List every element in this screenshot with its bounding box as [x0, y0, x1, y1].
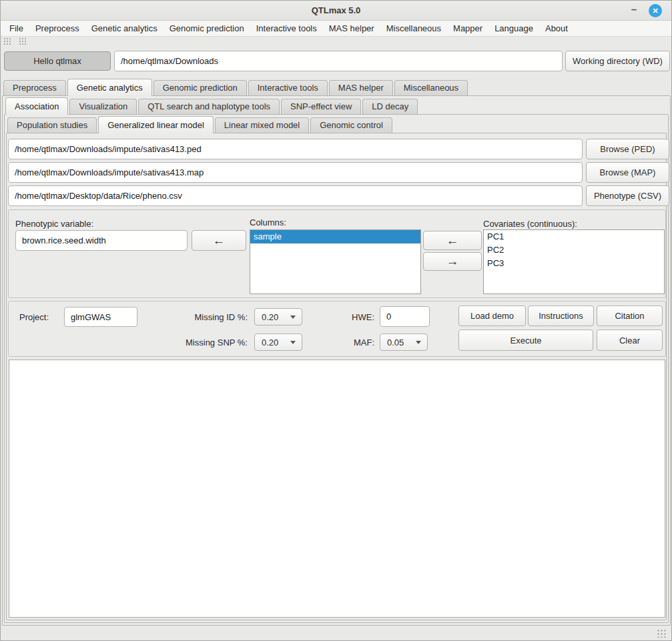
menu-item-language[interactable]: Language [488, 21, 539, 37]
tab-mas-helper[interactable]: MAS helper [329, 80, 393, 95]
maf-label: MAF: [321, 338, 374, 348]
list-item-pc1[interactable]: PC1 [484, 230, 664, 243]
map-file-input[interactable]: /home/qtlmax/Downloads/impute/sativas413… [8, 162, 583, 183]
covariates-label: Covariates (continuous): [483, 219, 577, 229]
dropdown-arrow-icon [290, 341, 296, 344]
menu-item-mas-helper[interactable]: MAS helper [323, 21, 380, 37]
missing-id-value: 0.20 [262, 312, 278, 322]
ped-file-input[interactable]: /home/qtlmax/Downloads/impute/sativas413… [8, 139, 583, 159]
project-input[interactable]: glmGWAS [64, 307, 137, 327]
missing-id-select[interactable]: 0.20 [254, 308, 302, 326]
menu-item-mapper[interactable]: Mapper [447, 21, 488, 37]
tab-generalized-linear-model[interactable]: Generalized linear model [98, 116, 214, 133]
clear-button[interactable]: Clear [597, 330, 663, 351]
tab-visualization[interactable]: Visualization [69, 99, 137, 114]
menu-bar: File Preprocess Genetic analytics Genomi… [1, 21, 671, 37]
execute-button[interactable]: Execute [458, 330, 593, 351]
missing-id-label: Missing ID %: [154, 312, 248, 322]
citation-button[interactable]: Citation [597, 305, 663, 326]
tab-preprocess[interactable]: Preprocess [3, 80, 66, 95]
window-title: QTLmax 5.0 [1, 1, 671, 21]
maf-select[interactable]: 0.05 [380, 334, 428, 351]
menu-item-file[interactable]: File [3, 21, 29, 37]
tab-association[interactable]: Association [5, 97, 68, 115]
resize-grip-icon[interactable] [657, 629, 667, 638]
browse-ped-button[interactable]: Browse (PED) [586, 139, 669, 159]
hello-user-button[interactable]: Hello qtlmax [4, 51, 111, 71]
menu-item-preprocess[interactable]: Preprocess [29, 21, 85, 37]
tab-ld-decay[interactable]: LD decay [362, 99, 418, 114]
covariates-list[interactable]: PC1 PC2 PC3 [483, 229, 665, 294]
menu-item-genomic-prediction[interactable]: Genomic prediction [163, 21, 250, 37]
move-to-phenotype-button[interactable]: ← [192, 230, 246, 251]
load-demo-button[interactable]: Load demo [458, 305, 526, 326]
list-item-sample[interactable]: sample [250, 230, 420, 243]
project-label: Project: [19, 312, 49, 322]
columns-list[interactable]: sample [250, 229, 421, 294]
working-directory-button[interactable]: Working directory (WD) [565, 51, 670, 71]
dropdown-arrow-icon [416, 341, 421, 344]
tab-qtl-search-haplotype[interactable]: QTL search and haplotype tools [138, 99, 280, 114]
transfer-left-button[interactable]: ← [423, 231, 482, 250]
output-area[interactable] [9, 360, 665, 618]
maf-value: 0.05 [387, 338, 404, 348]
menu-item-miscellaneous[interactable]: Miscellaneous [380, 21, 447, 37]
missing-snp-select[interactable]: 0.20 [254, 334, 302, 351]
browse-map-button[interactable]: Browse (MAP) [586, 162, 669, 183]
tab-linear-mixed-model[interactable]: Linear mixed model [215, 117, 309, 133]
phenotypic-variable-input[interactable]: brown.rice.seed.width [15, 230, 188, 251]
toolbar-handle-icon [19, 37, 26, 45]
tab-miscellaneous[interactable]: Miscellaneous [394, 80, 468, 95]
missing-snp-label: Missing SNP %: [154, 338, 248, 348]
tab-bar-main: Preprocess Genetic analytics Genomic pre… [3, 78, 468, 95]
dropdown-arrow-icon [290, 315, 296, 319]
tab-genetic-analytics[interactable]: Genetic analytics [67, 79, 152, 96]
menu-item-genetic-analytics[interactable]: Genetic analytics [85, 21, 163, 37]
missing-snp-value: 0.20 [262, 338, 278, 348]
phenotypic-variable-label: Phenotypic variable: [15, 219, 93, 229]
hwe-label: HWE: [321, 312, 374, 322]
tab-bar-genetic-analytics: Association Visualization QTL search and… [5, 97, 418, 114]
columns-label: Columns: [250, 217, 286, 227]
tab-snp-effect-view[interactable]: SNP-effect view [281, 99, 361, 114]
working-directory-input[interactable]: /home/qtlmax/Downloads [114, 51, 563, 71]
tab-interactive-tools[interactable]: Interactive tools [248, 80, 328, 95]
transfer-right-button[interactable]: → [423, 252, 482, 271]
instructions-button[interactable]: Instructions [528, 305, 594, 326]
title-bar: QTLmax 5.0 – ✕ [1, 1, 671, 21]
tab-bar-association: Population studies Generalized linear mo… [7, 115, 392, 133]
tab-population-studies[interactable]: Population studies [7, 117, 97, 133]
toolbar-handle-icon [3, 37, 11, 45]
list-item-pc3[interactable]: PC3 [484, 257, 664, 270]
tab-genomic-prediction[interactable]: Genomic prediction [153, 80, 247, 95]
close-icon[interactable]: ✕ [649, 4, 662, 17]
phenotype-csv-button[interactable]: Phenotype (CSV) [586, 185, 669, 206]
hwe-input[interactable]: 0 [380, 306, 430, 327]
menu-item-interactive-tools[interactable]: Interactive tools [250, 21, 323, 37]
list-item-pc2[interactable]: PC2 [484, 243, 664, 257]
menu-item-about[interactable]: About [539, 21, 574, 37]
app-window: QTLmax 5.0 – ✕ File Preprocess Genetic a… [0, 0, 672, 641]
tab-genomic-control[interactable]: Genomic control [310, 117, 392, 133]
phenotype-file-input[interactable]: /home/qtlmax/Desktop/data/Rice/pheno.csv [8, 185, 583, 206]
minimize-icon[interactable]: – [626, 1, 642, 19]
